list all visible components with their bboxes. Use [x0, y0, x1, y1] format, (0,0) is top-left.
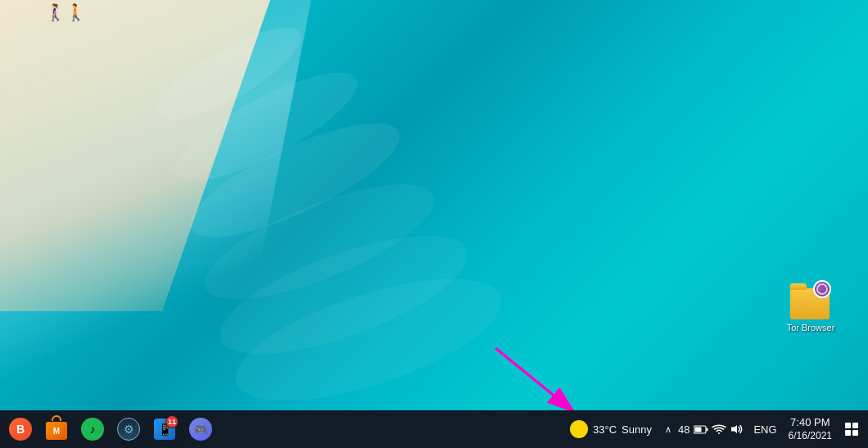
tor-icon-image [790, 278, 831, 319]
wifi-icon[interactable] [711, 421, 727, 437]
bag-icon-shape: M [46, 419, 67, 440]
background: 🚶‍♀️🚶 [0, 0, 868, 448]
tor-browser-icon[interactable]: Tor Browser [778, 278, 843, 333]
phone-icon[interactable]: 11 [147, 410, 182, 448]
people-silhouette: 🚶‍♀️🚶 [45, 4, 86, 20]
notification-center[interactable] [839, 410, 865, 448]
weather-sun-icon [570, 420, 588, 438]
show-hidden-icons[interactable]: ∧ [662, 424, 675, 435]
brave-browser-icon[interactable] [3, 410, 38, 448]
svg-rect-7 [852, 423, 858, 428]
spotify-icon-shape [81, 418, 104, 441]
clock-date: 6/16/2021 [789, 430, 832, 443]
phone-badge: 11 [165, 415, 179, 428]
svg-rect-6 [845, 423, 851, 428]
brave-icon-shape [9, 418, 32, 441]
steam-icon-shape [117, 418, 140, 441]
clock[interactable]: 7:40 PM 6/16/2021 [782, 410, 839, 448]
battery-percent: 48 [678, 423, 689, 436]
volume-icon[interactable] [729, 421, 745, 437]
taskbar-right-tray: 33°C Sunny ∧ 48 [563, 410, 868, 448]
weather-temperature: 33°C [593, 423, 617, 436]
svg-marker-5 [731, 425, 737, 433]
svg-rect-3 [707, 428, 708, 431]
weather-tray[interactable]: 33°C Sunny [563, 410, 658, 448]
svg-rect-4 [695, 427, 702, 432]
discord-icon[interactable] [183, 410, 218, 448]
tor-logo [813, 280, 831, 298]
desktop: 🚶‍♀️🚶 Tor Browser [0, 0, 868, 448]
tray-icons-group: ∧ 48 [658, 410, 748, 448]
battery-icon[interactable] [693, 421, 709, 437]
svg-rect-8 [845, 430, 851, 436]
steam-icon[interactable] [111, 410, 146, 448]
discord-icon-shape [189, 418, 212, 441]
tor-browser-label: Tor Browser [787, 323, 835, 333]
clock-time: 7:40 PM [790, 416, 830, 430]
taskbar-left-icons: M 11 [0, 410, 218, 448]
language-indicator[interactable]: ENG [748, 423, 781, 436]
spotify-icon[interactable] [75, 410, 110, 448]
svg-rect-9 [852, 430, 858, 436]
taskbar: M 11 [0, 410, 868, 448]
weather-condition: Sunny [622, 423, 652, 436]
store-icon[interactable]: M [39, 410, 74, 448]
